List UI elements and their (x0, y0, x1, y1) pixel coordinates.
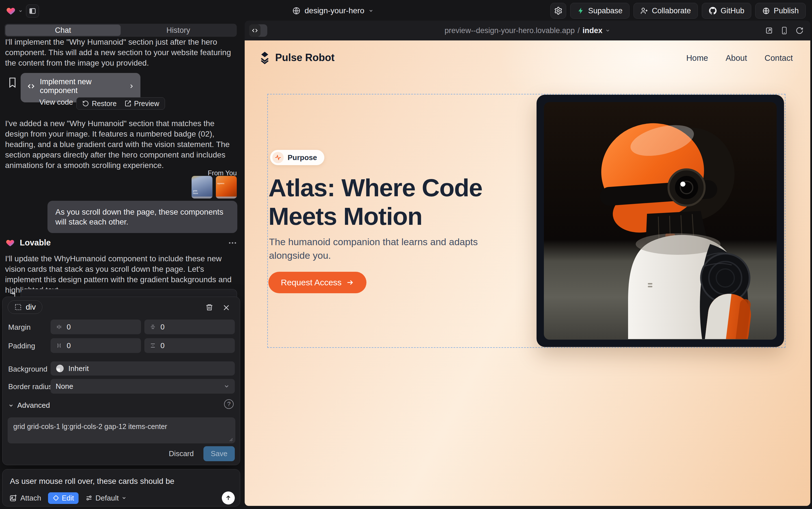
padding-y-input[interactable]: 0 (144, 338, 235, 353)
version-actions: Restore Preview (76, 97, 165, 110)
chat-history-tabs: Chat History (4, 24, 237, 37)
border-radius-select[interactable]: None (50, 379, 235, 394)
preview-button[interactable]: Preview (124, 100, 159, 108)
tool-card-title: Implement new component (40, 77, 124, 95)
chevron-down-icon (368, 8, 373, 13)
lovable-menu-button[interactable] (6, 6, 23, 16)
transparency-swatch-icon (56, 364, 64, 373)
preview-url-host: preview--design-your-hero.lovable.app (445, 26, 575, 35)
attachment-thumbnail-orange[interactable]: squares (216, 176, 237, 199)
assistant-message-1: I'll implement the "Why Humanoid" sectio… (5, 37, 235, 68)
sliders-icon (85, 494, 93, 502)
trash-icon (206, 303, 213, 312)
app-window: design-your-hero Supabase Collaborate (0, 0, 812, 509)
hero-image-card (537, 95, 784, 347)
publish-button[interactable]: Publish (755, 3, 806, 19)
settings-button[interactable] (550, 3, 566, 19)
nav-about[interactable]: About (726, 54, 747, 63)
request-access-button[interactable]: Request Access (268, 272, 366, 293)
background-input[interactable]: Inherit (50, 362, 235, 376)
save-button[interactable]: Save (204, 446, 235, 461)
arrow-up-icon (225, 495, 232, 501)
chat-composer[interactable]: As user mouse roll over, these cards sho… (2, 469, 240, 506)
hero-heading: Atlas: Where Code Meets Motion (268, 173, 482, 231)
crosshair-icon (52, 495, 59, 501)
classes-textarea[interactable]: grid grid-cols-1 lg:grid-cols-2 gap-12 i… (8, 417, 235, 443)
attach-image-icon (9, 494, 17, 502)
dashed-box-icon (14, 303, 22, 311)
external-link-icon (124, 100, 132, 107)
lovable-heart-icon (5, 238, 15, 247)
close-icon (222, 304, 230, 312)
chevron-down-icon (605, 28, 610, 33)
purpose-badge: Purpose (270, 150, 324, 165)
attach-button[interactable]: Attach (9, 494, 41, 503)
arrow-right-icon (346, 278, 354, 286)
project-name: design-your-hero (304, 6, 365, 15)
site-brand[interactable]: Pulse Robot (259, 51, 334, 64)
attachment-thumbnail-blue[interactable]: gridsfuture (191, 176, 213, 199)
discard-button[interactable]: Discard (169, 449, 194, 458)
user-plus-icon (640, 7, 648, 15)
sidebar-toggle-button[interactable] (26, 4, 39, 18)
padding-x-icon (56, 342, 63, 349)
chevron-right-icon (128, 83, 134, 89)
project-switcher[interactable]: design-your-hero (292, 5, 373, 16)
globe-icon (292, 6, 301, 15)
margin-y-icon (149, 324, 156, 330)
lovable-heart-icon (6, 6, 16, 16)
assistant-message-2: I've added a new "Why Humanoid" section … (5, 118, 235, 171)
collaborate-button[interactable]: Collaborate (633, 3, 698, 19)
margin-x-icon (56, 324, 63, 330)
assistant-header: Lovable (5, 238, 237, 247)
preview-actions (765, 21, 804, 40)
top-bar-actions: Supabase Collaborate GitHub Publish (550, 3, 806, 19)
edit-mode-button[interactable]: Edit (48, 492, 79, 504)
preview-url-separator: / (578, 26, 580, 35)
background-label: Background (8, 365, 47, 374)
site-canvas: Pulse Robot Home About Contact Purpose A… (245, 40, 810, 506)
bookmark-icon[interactable] (8, 77, 17, 88)
composer-input[interactable]: As user mouse roll over, these cards sho… (10, 477, 174, 486)
padding-y-icon (149, 342, 156, 349)
close-inspector-button[interactable] (222, 304, 230, 312)
robot-image (544, 102, 777, 340)
tab-history[interactable]: History (121, 25, 236, 36)
inspector-footer: Discard Save (169, 446, 235, 461)
open-in-new-tab-icon[interactable] (765, 27, 773, 34)
site-nav: Home About Contact (686, 54, 793, 63)
preview-top-bar: preview--design-your-hero.lovable.app / … (245, 21, 810, 40)
advanced-section-toggle[interactable]: Advanced (8, 401, 50, 410)
nav-contact[interactable]: Contact (765, 54, 793, 63)
padding-x-input[interactable]: 0 (50, 338, 141, 353)
preview-url-page: index (583, 26, 603, 35)
mobile-view-icon[interactable] (781, 26, 788, 35)
refresh-icon[interactable] (796, 27, 804, 34)
selected-element-chip[interactable]: div (8, 300, 42, 314)
selected-element-tag: div (26, 303, 36, 312)
send-button[interactable] (222, 491, 235, 505)
resize-handle-icon[interactable] (229, 437, 233, 442)
advanced-help-button[interactable]: ? (224, 399, 234, 409)
github-button[interactable]: GitHub (702, 3, 751, 19)
user-message-bubble: As you scroll down the page, these compo… (47, 201, 237, 233)
delete-element-button[interactable] (206, 303, 213, 312)
nav-home[interactable]: Home (686, 54, 708, 63)
supabase-button[interactable]: Supabase (570, 3, 630, 19)
margin-x-input[interactable]: 0 (50, 319, 141, 334)
tab-chat[interactable]: Chat (5, 25, 121, 36)
globe-icon (762, 7, 770, 15)
element-inspector-panel: div Margin 0 0 Padding 0 0 Background (2, 297, 240, 465)
restore-icon (82, 100, 89, 107)
mode-select[interactable]: Default (85, 494, 126, 503)
margin-y-input[interactable]: 0 (144, 319, 235, 334)
chevron-down-icon (223, 383, 230, 389)
supabase-icon (577, 7, 585, 14)
more-options-icon[interactable] (228, 241, 237, 244)
assistant-name: Lovable (20, 238, 51, 247)
preview-url-bar[interactable]: preview--design-your-hero.lovable.app / … (245, 21, 810, 40)
code-icon (27, 82, 35, 90)
chevron-down-icon (121, 496, 126, 501)
github-icon (709, 7, 717, 15)
restore-button[interactable]: Restore (82, 100, 117, 108)
